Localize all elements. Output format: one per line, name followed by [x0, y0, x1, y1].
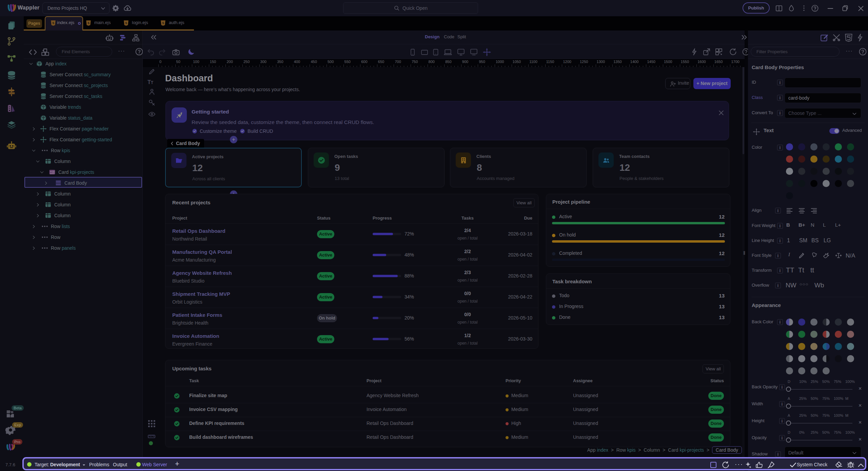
svg-text:5: 5	[52, 21, 54, 25]
svg-text:5: 5	[162, 21, 164, 25]
svg-text:5: 5	[87, 21, 89, 25]
svg-text:5: 5	[125, 21, 127, 25]
